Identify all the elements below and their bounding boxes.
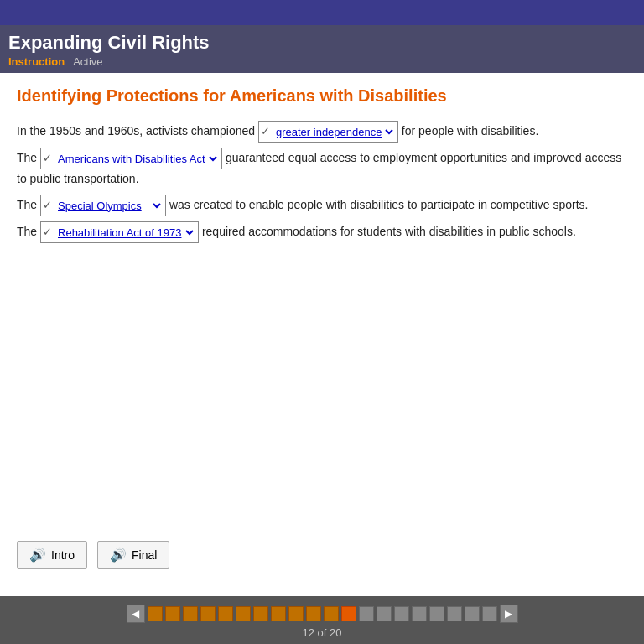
sentence-4: The ✓ Rehabilitation Act of 1973 ADA of …: [17, 221, 627, 243]
header: Expanding Civil Rights Instruction Activ…: [0, 25, 644, 73]
s4-suffix: required accommodations for students wit…: [202, 225, 576, 238]
pagination-bar: ◀ ▶ 12 of 20: [0, 596, 644, 644]
s3-suffix: was created to enable people with disabi…: [169, 198, 589, 211]
instruction-label: Instruction: [8, 55, 65, 68]
active-label: Active: [73, 55, 102, 68]
page-dot-8[interactable]: [271, 606, 286, 621]
sentence-3: The ✓ Special Olympics Paralympic Games …: [17, 195, 627, 216]
intro-label: Intro: [51, 548, 75, 562]
page-dot-20[interactable]: [482, 606, 497, 621]
s1-dropdown-container[interactable]: ✓ greater independence limited rights fu…: [258, 121, 398, 143]
page-dot-18[interactable]: [447, 606, 462, 621]
content-body: In the 1950s and 1960s, activists champi…: [17, 121, 627, 243]
s4-select[interactable]: Rehabilitation Act of 1973 ADA of 1990 C…: [55, 226, 196, 240]
s3-checkmark: ✓: [43, 196, 52, 215]
s2-select[interactable]: Americans with Disabilities Act Civil Ri…: [55, 152, 220, 166]
next-page-button[interactable]: ▶: [500, 605, 518, 623]
page-dot-19[interactable]: [465, 606, 480, 621]
intro-button[interactable]: 🔊 Intro: [17, 541, 87, 569]
audio-controls: 🔊 Intro 🔊 Final: [0, 532, 644, 577]
page-dot-17[interactable]: [429, 606, 444, 621]
page-dot-5[interactable]: [218, 606, 233, 621]
final-speaker-icon: 🔊: [110, 547, 127, 563]
page-dot-9[interactable]: [288, 606, 304, 621]
pagination-dots: ◀ ▶: [127, 605, 518, 623]
page-dot-3[interactable]: [183, 606, 198, 621]
s3-dropdown-container[interactable]: ✓ Special Olympics Paralympic Games Disa…: [40, 195, 166, 216]
page-dot-4[interactable]: [200, 606, 216, 621]
page-dot-11[interactable]: [324, 606, 339, 621]
page-dot-10[interactable]: [306, 606, 321, 621]
page-dot-14[interactable]: [377, 606, 392, 621]
s4-dropdown-container[interactable]: ✓ Rehabilitation Act of 1973 ADA of 1990…: [40, 221, 199, 243]
intro-speaker-icon: 🔊: [29, 547, 46, 563]
final-button[interactable]: 🔊 Final: [97, 541, 169, 569]
s3-prefix: The: [17, 198, 40, 211]
s1-checkmark: ✓: [261, 122, 270, 141]
page-dot-1[interactable]: [148, 606, 163, 621]
top-bar: [0, 0, 644, 25]
final-label: Final: [132, 548, 157, 562]
page-dot-16[interactable]: [412, 606, 427, 621]
s1-select[interactable]: greater independence limited rights full…: [273, 125, 396, 139]
page-dot-13[interactable]: [359, 606, 374, 621]
page-title: Expanding Civil Rights: [8, 32, 636, 54]
page-dot-12[interactable]: [341, 606, 356, 621]
s2-dropdown-container[interactable]: ✓ Americans with Disabilities Act Civil …: [40, 148, 222, 169]
sentence-2: The ✓ Americans with Disabilities Act Ci…: [17, 148, 627, 190]
page-dot-2[interactable]: [165, 606, 180, 621]
content-area: Identifying Protections for Americans wi…: [0, 73, 644, 262]
s4-checkmark: ✓: [43, 223, 52, 242]
header-meta: Instruction Active: [8, 55, 636, 68]
s1-suffix: for people with disabilities.: [402, 124, 538, 138]
page-counter: 12 of 20: [303, 626, 342, 639]
content-title: Identifying Protections for Americans wi…: [17, 86, 627, 106]
s3-select[interactable]: Special Olympics Paralympic Games Disabi…: [55, 199, 164, 213]
page-dot-7[interactable]: [253, 606, 268, 621]
sentence-1: In the 1950s and 1960s, activists champi…: [17, 121, 627, 143]
page-dot-6[interactable]: [236, 606, 251, 621]
s4-prefix: The: [17, 225, 40, 238]
s1-prefix: In the 1950s and 1960s, activists champi…: [17, 124, 258, 138]
s2-prefix: The: [17, 151, 40, 164]
prev-page-button[interactable]: ◀: [127, 605, 145, 623]
s2-checkmark: ✓: [43, 149, 52, 168]
page-dot-15[interactable]: [394, 606, 409, 621]
